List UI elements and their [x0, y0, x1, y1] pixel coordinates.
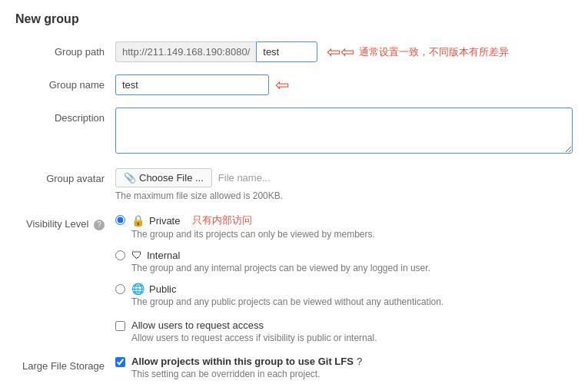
lfs-group: Large File Storage Allow projects within… — [15, 356, 573, 379]
group-path-group: Group path http://211.149.168.190:8080/ … — [15, 41, 573, 62]
description-input[interactable] — [115, 108, 573, 154]
visibility-label: Visibility Level ? — [15, 214, 115, 230]
allow-request-control: Allow users to request access Allow user… — [115, 319, 573, 343]
lfs-checkbox-desc: This setting can be overridden in each p… — [131, 369, 362, 379]
path-annotation-block: ⇦⇦ 通常设置一致，不同版本有所差异 — [327, 44, 509, 61]
visibility-private-item: 🔒 Private 只有内部访问 The group and its proje… — [115, 214, 573, 240]
visibility-public-label-row: 🌐 Public — [131, 283, 443, 295]
group-avatar-label: Group avatar — [15, 168, 115, 184]
group-name-label: Group name — [15, 74, 115, 91]
allow-request-checkbox-group: Allow users to request access Allow user… — [115, 319, 573, 343]
red-arrow-left-icon: ⇦⇦ — [327, 44, 354, 61]
path-and-annotation: http://211.149.168.190:8080/ test ⇦⇦ 通常设… — [115, 41, 573, 62]
lfs-content: Allow projects within this group to use … — [131, 356, 362, 379]
visibility-private-desc: The group and its projects can only be v… — [131, 229, 375, 240]
name-and-arrow: ⇦ — [115, 74, 573, 95]
group-path-row: http://211.149.168.190:8080/ test — [115, 41, 317, 62]
lfs-label: Large File Storage — [15, 356, 115, 372]
visibility-public-radio[interactable] — [115, 284, 125, 294]
visibility-public-label: Public — [149, 283, 176, 295]
file-size-note: The maximum file size allowed is 200KB. — [115, 190, 573, 201]
lfs-control: Allow projects within this group to use … — [115, 356, 573, 379]
allow-request-group: Allow users to request access Allow user… — [15, 319, 573, 343]
shield-icon: 🛡 — [131, 249, 142, 261]
private-annotation: 只有内部访问 — [192, 214, 252, 227]
allow-request-content: Allow users to request access Allow user… — [131, 319, 377, 343]
description-control — [115, 108, 573, 156]
red-arrow-name-icon: ⇦ — [275, 77, 289, 94]
visibility-public-desc: The group and any public projects can be… — [131, 296, 443, 307]
visibility-private-content: 🔒 Private 只有内部访问 The group and its proje… — [131, 214, 375, 240]
group-avatar-group: Group avatar 📎 Choose File ... File name… — [15, 168, 573, 201]
lfs-checkbox[interactable] — [115, 357, 125, 367]
lock-icon: 🔒 — [131, 214, 145, 227]
allow-request-label-spacer — [15, 319, 115, 324]
description-label: Description — [15, 108, 115, 124]
allow-request-checkbox-desc: Allow users to request access if visibil… — [131, 333, 377, 343]
group-name-control: ⇦ — [115, 74, 573, 95]
visibility-info-icon[interactable]: ? — [94, 220, 105, 230]
group-avatar-control: 📎 Choose File ... File name... The maxim… — [115, 168, 573, 201]
lfs-info-icon[interactable]: ? — [357, 356, 362, 367]
lfs-checkbox-label: Allow projects within this group to use … — [131, 356, 354, 367]
group-path-prefix: http://211.149.168.190:8080/ — [115, 41, 256, 62]
visibility-internal-item: 🛡 Internal The group and any internal pr… — [115, 249, 573, 273]
allow-request-checkbox[interactable] — [115, 321, 125, 331]
visibility-internal-label: Internal — [147, 250, 180, 261]
allow-request-checkbox-label: Allow users to request access — [131, 319, 377, 331]
visibility-internal-content: 🛡 Internal The group and any internal pr… — [131, 249, 430, 273]
visibility-private-label: Private — [149, 215, 180, 227]
description-group: Description — [15, 108, 573, 156]
visibility-internal-desc: The group and any internal projects can … — [131, 263, 430, 273]
file-name-placeholder: File name... — [218, 172, 271, 184]
path-annotation-text: 通常设置一致，不同版本有所差异 — [359, 45, 509, 59]
visibility-internal-label-row: 🛡 Internal — [131, 249, 430, 261]
paperclip-icon: 📎 — [124, 172, 136, 184]
globe-icon: 🌐 — [131, 283, 145, 295]
visibility-internal-radio[interactable] — [115, 250, 125, 260]
group-path-control: http://211.149.168.190:8080/ test ⇦⇦ 通常设… — [115, 41, 573, 62]
lfs-checkbox-group: Allow projects within this group to use … — [115, 356, 573, 379]
visibility-group: Visibility Level ? 🔒 Private 只有内部访问 The … — [15, 214, 573, 307]
lfs-label-row: Allow projects within this group to use … — [131, 356, 362, 367]
file-upload-area: 📎 Choose File ... File name... — [115, 168, 573, 187]
page-title: New group — [15, 12, 573, 26]
group-name-input[interactable] — [115, 74, 269, 95]
group-path-label: Group path — [15, 41, 115, 58]
group-path-input[interactable]: test — [256, 41, 317, 62]
visibility-radio-group: 🔒 Private 只有内部访问 The group and its proje… — [115, 214, 573, 307]
visibility-private-radio[interactable] — [115, 215, 125, 225]
visibility-public-item: 🌐 Public The group and any public projec… — [115, 283, 573, 307]
choose-file-button[interactable]: 📎 Choose File ... — [115, 168, 212, 187]
group-name-group: Group name ⇦ — [15, 74, 573, 95]
visibility-control: 🔒 Private 只有内部访问 The group and its proje… — [115, 214, 573, 307]
visibility-public-content: 🌐 Public The group and any public projec… — [131, 283, 443, 307]
choose-file-label: Choose File ... — [139, 172, 204, 184]
visibility-private-label-row: 🔒 Private 只有内部访问 — [131, 214, 375, 227]
